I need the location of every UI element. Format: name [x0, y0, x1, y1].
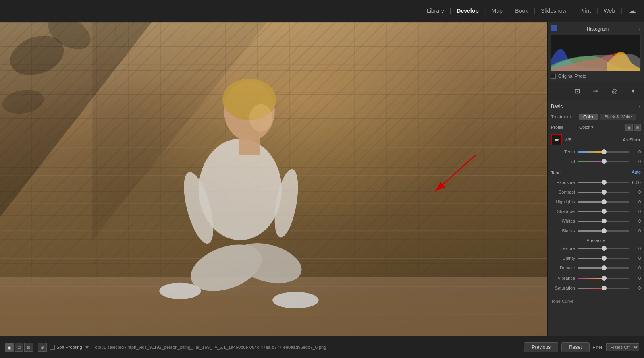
original-photo-row: Original Photo: [551, 74, 641, 79]
treatment-color-button[interactable]: Color: [579, 114, 598, 120]
single-view-button[interactable]: ▣: [5, 343, 14, 352]
crop-tool[interactable]: ⊡: [571, 85, 583, 97]
nav-slideshow[interactable]: Slideshow: [538, 6, 570, 16]
nav-items: Library | Develop | Map | Book | Slidesh…: [424, 6, 636, 16]
clarity-slider-row: Clarity 0: [551, 254, 641, 262]
exposure-slider-row: Exposure 0.00: [551, 178, 641, 186]
saturation-label: Saturation: [551, 286, 578, 290]
brush-tool[interactable]: ✏: [590, 85, 601, 97]
exposure-label: Exposure: [551, 180, 578, 185]
nav-sep-1: |: [450, 8, 451, 14]
soft-proofing-label: Soft Proofing: [56, 345, 82, 350]
shadows-slider-row: Shadows 0: [551, 207, 641, 215]
svg-rect-26: [239, 136, 260, 155]
dehaze-label: Dehaze: [551, 265, 578, 270]
basic-panel-header: Basic ▾: [551, 103, 641, 109]
eyedropper-tool[interactable]: ✒: [551, 134, 562, 145]
nav-develop[interactable]: Develop: [453, 6, 482, 16]
bottom-left-controls: ▣ ⊡ ⊞ ◉ Soft Proofing ▾: [5, 343, 89, 352]
shadows-label: Shadows: [551, 209, 578, 214]
nav-library[interactable]: Library: [424, 6, 447, 16]
nav-sep-4: |: [534, 8, 535, 14]
right-develop-panel: Histogram ▾ Original Photo ⚌ ⊡: [547, 22, 644, 336]
filter-dropdown[interactable]: Filters Off: [606, 343, 639, 351]
treatment-bw-button[interactable]: Black & White: [600, 114, 636, 120]
profile-select[interactable]: Color ▾: [579, 125, 594, 130]
histogram-color-indicators: [551, 25, 557, 31]
basic-panel: Basic ▾ Treatment Color Black & White Pr…: [548, 100, 644, 297]
svg-point-31: [159, 283, 201, 299]
eye-tool[interactable]: ◎: [609, 85, 620, 97]
photo-canvas: [0, 22, 547, 336]
svg-line-38: [435, 155, 476, 191]
texture-label: Texture: [551, 246, 578, 251]
survey-view-button[interactable]: ⊞: [24, 343, 33, 352]
wb-dropdown[interactable]: As Shot ▾: [577, 137, 641, 143]
nav-map[interactable]: Map: [488, 6, 505, 16]
profile-list-view-btn[interactable]: ⊞: [634, 124, 641, 131]
nav-print[interactable]: Print: [576, 6, 594, 16]
tone-auto-button[interactable]: Auto: [632, 170, 641, 174]
blacks-slider[interactable]: [578, 230, 629, 232]
temp-slider[interactable]: [578, 151, 629, 153]
loupe-view-button[interactable]: ◉: [38, 343, 47, 352]
original-photo-checkbox[interactable]: [551, 74, 556, 79]
histogram-canvas: [551, 35, 641, 71]
exposure-slider[interactable]: [578, 182, 629, 183]
clarity-value: 0: [629, 256, 641, 261]
vibrance-value: 0: [629, 276, 641, 281]
tint-slider-row: Tint 0: [551, 157, 641, 166]
texture-slider[interactable]: [578, 248, 629, 249]
tint-label: Tint: [551, 159, 578, 164]
cloud-sync-icon[interactable]: ☁: [629, 6, 636, 15]
exposure-value: 0.00: [629, 180, 641, 185]
profile-grid-view-btn[interactable]: ▣: [625, 124, 633, 131]
blacks-label: Blacks: [551, 228, 578, 233]
profile-row: Profile Color ▾ ▣ ⊞: [551, 124, 641, 131]
previous-button[interactable]: Previous: [524, 342, 558, 352]
temp-label: Temp: [551, 149, 578, 154]
nav-web[interactable]: Web: [600, 6, 619, 16]
reset-button[interactable]: Reset: [561, 342, 589, 352]
bottom-toolbar: ▣ ⊡ ⊞ ◉ Soft Proofing ▾ oto /1 selected …: [0, 336, 644, 358]
blue-channel-sq: [551, 25, 557, 31]
highlights-slider-row: Highlights 0: [551, 198, 641, 206]
histogram-collapse-icon[interactable]: ▾: [639, 27, 641, 31]
profile-label: Profile: [551, 125, 579, 130]
soft-proofing-checkbox[interactable]: [50, 345, 55, 350]
dehaze-value: 0: [629, 265, 641, 270]
settings-tool[interactable]: ✦: [627, 85, 639, 97]
photo-canvas-area: [0, 22, 547, 336]
saturation-value: 0: [629, 286, 641, 290]
wb-dropdown-icon: ▾: [638, 137, 641, 143]
contrast-label: Contrast: [551, 190, 578, 195]
basic-adjustments-tool[interactable]: ⚌: [553, 85, 564, 97]
blacks-value: 0: [629, 228, 641, 233]
saturation-slider[interactable]: [578, 288, 629, 289]
compare-view-button[interactable]: ⊡: [15, 343, 23, 352]
whites-slider[interactable]: [578, 221, 629, 222]
treatment-label: Treatment: [551, 114, 579, 119]
dehaze-slider[interactable]: [578, 267, 629, 269]
profile-value: Color: [579, 125, 590, 130]
nav-sep-5: |: [572, 8, 574, 14]
shadows-value: 0: [629, 209, 641, 214]
vibrance-slider[interactable]: [578, 278, 629, 279]
shadows-slider[interactable]: [578, 211, 629, 212]
contrast-slider[interactable]: [578, 192, 629, 193]
whites-slider-row: Whites 0: [551, 217, 641, 225]
clarity-slider[interactable]: [578, 258, 629, 259]
nav-book[interactable]: Book: [512, 6, 531, 16]
wb-row: ✒ WB As Shot ▾: [551, 134, 641, 145]
tint-slider[interactable]: [578, 161, 629, 162]
expand-icon[interactable]: ▾: [85, 344, 89, 351]
filename-display: oto /1 selected / raph_vids_91192_person…: [89, 345, 524, 350]
bottom-right-controls: Previous Reset Filter: Filters Off: [524, 342, 639, 352]
contrast-slider-row: Contrast 0: [551, 188, 641, 196]
soft-proofing-toggle[interactable]: Soft Proofing: [50, 345, 82, 350]
whites-value: 0: [629, 219, 641, 223]
profile-dropdown-icon: ▾: [591, 125, 594, 130]
temp-slider-row: Temp 0: [551, 148, 641, 156]
basic-panel-collapse-icon[interactable]: ▾: [639, 104, 641, 109]
highlights-slider[interactable]: [578, 201, 629, 203]
